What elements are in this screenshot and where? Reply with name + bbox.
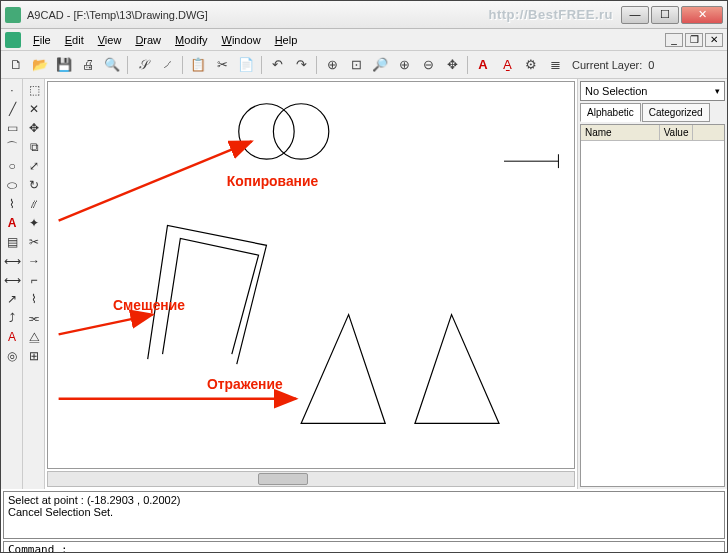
zoom-extents-icon[interactable]: ⊕ <box>321 54 343 76</box>
explode-icon[interactable]: ✦ <box>25 214 43 232</box>
paste-icon[interactable]: 📄 <box>235 54 257 76</box>
selection-dropdown[interactable]: No Selection▾ <box>580 81 725 101</box>
maximize-button[interactable]: ☐ <box>651 6 679 24</box>
extend-icon[interactable]: → <box>25 252 43 270</box>
zoom-window-icon[interactable]: ⊡ <box>345 54 367 76</box>
modify-toolbar: ⬚ ✕ ✥ ⧉ ⤢ ↻ ⫽ ✦ ✂ → ⌐ ⌇ ⫘ ⧋ ⊞ <box>23 79 45 489</box>
dimension-icon[interactable]: A̱ <box>496 54 518 76</box>
point-icon[interactable]: · <box>3 81 21 99</box>
zoom-realtime-icon[interactable]: 🔎 <box>369 54 391 76</box>
horizontal-scrollbar[interactable] <box>47 471 575 487</box>
minimize-button[interactable]: — <box>621 6 649 24</box>
tab-categorized[interactable]: Categorized <box>642 103 710 122</box>
menu-file[interactable]: File <box>27 32 57 48</box>
line-icon[interactable]: ╱ <box>3 100 21 118</box>
close-button[interactable]: ✕ <box>681 6 723 24</box>
menu-edit[interactable]: Edit <box>59 32 90 48</box>
annotation-mirror: Отражение <box>207 376 283 392</box>
join-icon[interactable]: ⫘ <box>25 309 43 327</box>
dim3-icon[interactable]: ↗ <box>3 290 21 308</box>
col-name[interactable]: Name <box>581 125 660 140</box>
cmd-line-2: Cancel Selection Set. <box>8 506 720 518</box>
move-icon[interactable]: ✥ <box>25 119 43 137</box>
polyline-icon[interactable]: ⌇ <box>3 195 21 213</box>
select-icon[interactable]: ⬚ <box>25 81 43 99</box>
redo-icon[interactable]: ↷ <box>290 54 312 76</box>
titlebar: A9CAD - [F:\Temp\13\Drawing.DWG] http://… <box>1 1 727 29</box>
rect-icon[interactable]: ▭ <box>3 119 21 137</box>
layer-value: 0 <box>648 59 654 71</box>
rotate-icon[interactable]: ↻ <box>25 176 43 194</box>
selection-label: No Selection <box>585 85 647 97</box>
arc-icon[interactable]: ⟋ <box>156 54 178 76</box>
menu-draw[interactable]: Draw <box>129 32 167 48</box>
preview-icon[interactable]: 🔍 <box>101 54 123 76</box>
svg-line-2 <box>59 141 252 220</box>
properties-list[interactable]: Name Value <box>580 124 725 487</box>
mdi-restore-button[interactable]: ❐ <box>685 33 703 47</box>
erase-icon[interactable]: ✕ <box>25 100 43 118</box>
main-toolbar: 🗋 📂 💾 🖨 🔍 𝒮 ⟋ 📋 ✂ 📄 ↶ ↷ ⊕ ⊡ 🔎 ⊕ ⊖ ✥ A A̱… <box>1 51 727 79</box>
mirror-icon[interactable]: ⧋ <box>25 328 43 346</box>
watermark: http://BestFREE.ru <box>488 7 613 22</box>
menu-help[interactable]: Help <box>269 32 304 48</box>
zoom-out-icon[interactable]: ⊖ <box>417 54 439 76</box>
array-icon[interactable]: ⊞ <box>25 347 43 365</box>
print-icon[interactable]: 🖨 <box>77 54 99 76</box>
angle-icon[interactable]: A <box>3 328 21 346</box>
cut-icon[interactable]: ✂ <box>211 54 233 76</box>
command-history[interactable]: Select at point : (-18.2903 , 0.2002) Ca… <box>3 491 725 539</box>
trim-icon[interactable]: ✂ <box>25 233 43 251</box>
arc-tool-icon[interactable]: ⌒ <box>3 138 21 156</box>
svg-line-3 <box>59 315 153 335</box>
app-menu-icon[interactable] <box>5 32 21 48</box>
annotation-offset: Смещение <box>113 297 185 313</box>
tab-alphabetic[interactable]: Alphabetic <box>580 103 641 122</box>
chevron-down-icon: ▾ <box>715 86 720 96</box>
menu-window[interactable]: Window <box>215 32 266 48</box>
text-icon[interactable]: A <box>472 54 494 76</box>
menu-view[interactable]: View <box>92 32 128 48</box>
undo-icon[interactable]: ↶ <box>266 54 288 76</box>
mdi-close-button[interactable]: ✕ <box>705 33 723 47</box>
col-value[interactable]: Value <box>660 125 694 140</box>
text-tool-icon[interactable]: A <box>3 214 21 232</box>
save-icon[interactable]: 💾 <box>53 54 75 76</box>
pan-icon[interactable]: ✥ <box>441 54 463 76</box>
settings-icon[interactable]: ⚙ <box>520 54 542 76</box>
circle2-icon[interactable]: ◎ <box>3 347 21 365</box>
cmd-line-1: Select at point : (-18.2903 , 0.2002) <box>8 494 720 506</box>
dim-icon[interactable]: ⟷ <box>3 252 21 270</box>
drawing-canvas[interactable]: Копирование Смещение Отражение <box>47 81 575 469</box>
zoom-in-icon[interactable]: ⊕ <box>393 54 415 76</box>
hatch-icon[interactable]: ▤ <box>3 233 21 251</box>
layers-icon[interactable]: ≣ <box>544 54 566 76</box>
break-icon[interactable]: ⌇ <box>25 290 43 308</box>
dim2-icon[interactable]: ⟷ <box>3 271 21 289</box>
draw-toolbar: · ╱ ▭ ⌒ ○ ⬭ ⌇ A ▤ ⟷ ⟷ ↗ ⤴ A ◎ <box>1 79 23 489</box>
dim4-icon[interactable]: ⤴ <box>3 309 21 327</box>
command-input[interactable]: Command : <box>3 541 725 553</box>
mdi-minimize-button[interactable]: _ <box>665 33 683 47</box>
layer-label: Current Layer: <box>572 59 642 71</box>
properties-panel: No Selection▾ Alphabetic Categorized Nam… <box>577 79 727 489</box>
ellipse-icon[interactable]: ⬭ <box>3 176 21 194</box>
copy-icon[interactable]: 📋 <box>187 54 209 76</box>
spline-icon[interactable]: 𝒮 <box>132 54 154 76</box>
window-title: A9CAD - [F:\Temp\13\Drawing.DWG] <box>27 9 488 21</box>
menubar: File Edit View Draw Modify Window Help _… <box>1 29 727 51</box>
app-icon <box>5 7 21 23</box>
menu-modify[interactable]: Modify <box>169 32 213 48</box>
copy-tool-icon[interactable]: ⧉ <box>25 138 43 156</box>
circle-icon[interactable]: ○ <box>3 157 21 175</box>
scale-icon[interactable]: ⤢ <box>25 157 43 175</box>
open-icon[interactable]: 📂 <box>29 54 51 76</box>
svg-point-1 <box>273 104 328 159</box>
new-icon[interactable]: 🗋 <box>5 54 27 76</box>
svg-point-0 <box>239 104 294 159</box>
annotation-copy: Копирование <box>227 173 319 189</box>
fillet-icon[interactable]: ⌐ <box>25 271 43 289</box>
offset-icon[interactable]: ⫽ <box>25 195 43 213</box>
